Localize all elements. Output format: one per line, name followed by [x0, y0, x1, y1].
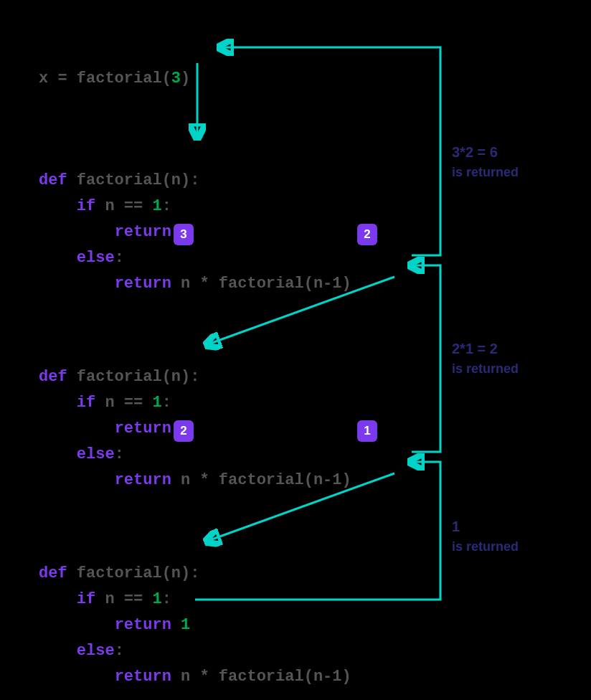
kw-def: def	[39, 564, 67, 582]
call-assign: =	[48, 70, 77, 88]
kw-if: if	[77, 394, 95, 412]
badge-arg-1: 2	[357, 224, 377, 245]
def-block-1: def factorial(n): if n == 1: return 1 el…	[39, 142, 351, 297]
kw-return: return	[115, 223, 171, 241]
annotation-2: 2*1 = 2 is returned	[452, 339, 519, 379]
call-fn: factorial	[77, 70, 162, 88]
kw-return: return	[115, 668, 171, 686]
call-close: )	[181, 70, 190, 88]
kw-def: def	[39, 171, 67, 189]
fn-name: factorial	[77, 171, 162, 189]
param-n: n	[171, 171, 181, 189]
annotation-3: 1 is returned	[452, 516, 519, 557]
param-n: n	[171, 564, 181, 582]
kw-if: if	[77, 590, 95, 608]
badge-n-2: 2	[174, 420, 194, 442]
call-lhs: x	[39, 70, 48, 88]
annot-returned-label: is returned	[452, 359, 519, 379]
badge-arg-2: 1	[357, 420, 377, 442]
fn-name: factorial	[77, 564, 162, 582]
call-open: (	[162, 70, 171, 88]
recursive-call: factorial	[219, 275, 304, 293]
param-n: n	[171, 368, 181, 386]
annot-returned-label: is returned	[452, 162, 519, 182]
def-block-3: def factorial(n): if n == 1: return 1 el…	[39, 535, 351, 690]
call-line: x = factorial(3)	[39, 40, 190, 92]
badge-n-1: 3	[174, 224, 194, 245]
kw-def: def	[39, 368, 67, 386]
kw-else: else	[77, 642, 115, 660]
annot-value: 3*2 = 6	[452, 142, 519, 162]
annot-value: 1	[452, 516, 519, 536]
recursive-call: factorial	[219, 471, 304, 489]
kw-return: return	[115, 471, 171, 489]
arrow-return-2-to-1-icon	[412, 265, 440, 452]
annotation-1: 3*2 = 6 is returned	[452, 142, 519, 182]
recursive-call: factorial	[219, 668, 304, 686]
kw-if: if	[77, 197, 95, 215]
kw-return: return	[115, 616, 171, 634]
kw-else: else	[77, 445, 115, 463]
annot-value: 2*1 = 2	[452, 339, 519, 359]
kw-return: return	[115, 275, 171, 293]
fn-name: factorial	[77, 368, 162, 386]
call-arg: 3	[171, 70, 181, 88]
kw-else: else	[77, 249, 115, 267]
def-block-2: def factorial(n): if n == 1: return 1 el…	[39, 339, 351, 493]
annot-returned-label: is returned	[452, 536, 519, 557]
kw-return: return	[115, 420, 171, 438]
